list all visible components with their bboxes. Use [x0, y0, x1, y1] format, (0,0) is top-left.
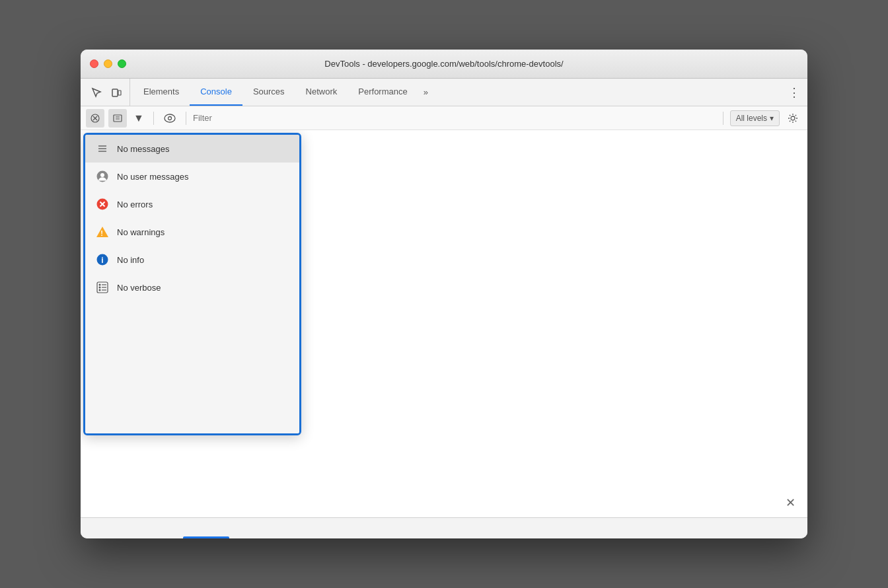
user-icon: [96, 170, 109, 183]
filter-divider-2: [186, 112, 186, 125]
titlebar: DevTools - developers.google.com/web/too…: [81, 50, 807, 79]
tab-elements[interactable]: Elements: [133, 79, 190, 106]
filter-divider: [153, 112, 154, 125]
svg-point-10: [791, 116, 795, 120]
dropdown-item-label: No errors: [117, 200, 153, 209]
svg-point-9: [168, 116, 172, 120]
dropdown-item-no-messages[interactable]: No messages: [85, 135, 299, 163]
devtools-window: DevTools - developers.google.com/web/too…: [81, 50, 807, 538]
dropdown-item-label: No warnings: [117, 227, 165, 237]
dropdown-item-label: No messages: [117, 144, 169, 154]
filter-input-wrap: [193, 113, 716, 123]
dropdown-item-label: No verbose: [117, 283, 161, 293]
eye-icon-button[interactable]: [161, 109, 179, 128]
svg-rect-1: [118, 91, 121, 95]
device-toggle-button[interactable]: [107, 83, 126, 102]
messages-icon: [96, 142, 109, 155]
svg-point-24: [99, 287, 101, 289]
all-levels-button[interactable]: All levels ▾: [730, 110, 780, 126]
devtools-body: No messages No user messages: [81, 130, 807, 517]
tab-network[interactable]: Network: [295, 79, 348, 106]
dropdown-item-no-warnings[interactable]: ! No warnings: [85, 218, 299, 246]
tab-performance[interactable]: Performance: [348, 79, 418, 106]
panel-close-button[interactable]: ✕: [782, 495, 798, 511]
devtools-bottom-bar: [81, 517, 807, 538]
dropdown-item-no-info[interactable]: i No info: [85, 246, 299, 274]
dropdown-item-label: No user messages: [117, 172, 188, 182]
inspect-icon-button[interactable]: [87, 83, 106, 102]
filter-divider-3: [723, 112, 723, 125]
tab-console[interactable]: Console: [190, 79, 242, 106]
svg-point-23: [99, 284, 101, 286]
svg-point-8: [165, 114, 175, 122]
devtools-menu-button[interactable]: ⋮: [784, 79, 805, 106]
svg-text:i: i: [101, 256, 103, 265]
dropdown-item-no-verbose[interactable]: No verbose: [85, 274, 299, 301]
filter-bar: ▼ All levels ▾: [81, 106, 807, 130]
console-clear-button[interactable]: [86, 109, 104, 128]
console-settings-button[interactable]: [784, 109, 802, 128]
svg-point-25: [99, 289, 101, 291]
console-preserve-button[interactable]: [108, 109, 127, 128]
tab-more-button[interactable]: »: [418, 79, 433, 106]
filter-input[interactable]: [193, 113, 716, 123]
traffic-lights: [90, 59, 126, 68]
active-tab-indicator: [183, 536, 229, 538]
svg-text:!: !: [100, 229, 103, 237]
maximize-button[interactable]: [118, 59, 126, 68]
minimize-button[interactable]: [104, 59, 112, 68]
window-title: DevTools - developers.google.com/web/too…: [324, 59, 563, 69]
devtools-toolbar: Elements Console Sources Network Perform…: [81, 79, 807, 106]
dropdown-item-no-errors[interactable]: No errors: [85, 190, 299, 218]
close-button[interactable]: [90, 59, 98, 68]
dropdown-item-no-user-messages[interactable]: No user messages: [85, 163, 299, 190]
dropdown-item-label: No info: [117, 255, 144, 265]
log-level-dropdown: No messages No user messages: [83, 133, 301, 435]
toolbar-icon-group: [83, 79, 130, 106]
tab-sources[interactable]: Sources: [242, 79, 295, 106]
error-icon: [96, 198, 109, 211]
svg-rect-5: [114, 115, 122, 122]
svg-point-15: [100, 173, 104, 177]
info-icon: i: [96, 253, 109, 266]
verbose-icon: [96, 281, 109, 294]
svg-rect-0: [112, 89, 118, 96]
warning-icon: !: [96, 225, 109, 239]
log-levels-dropdown-arrow[interactable]: ▼: [131, 110, 147, 126]
